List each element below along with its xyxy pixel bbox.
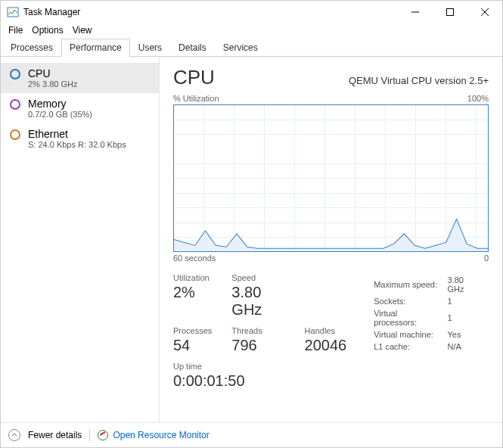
side-item-ethernet[interactable]: Ethernet S: 24.0 Kbps R: 32.0 Kbps bbox=[1, 123, 159, 154]
chevron-up-icon[interactable] bbox=[8, 429, 20, 441]
side-item-memory[interactable]: Memory 0.7/2.0 GB (35%) bbox=[1, 93, 159, 123]
fewer-details-link[interactable]: Fewer details bbox=[28, 430, 82, 440]
minimize-button[interactable] bbox=[398, 1, 433, 23]
detail-pane: CPU QEMU Virtual CPU version 2.5+ % Util… bbox=[160, 57, 502, 422]
cpu-chart bbox=[173, 104, 489, 252]
r-vprocs-label: Virtual processors: bbox=[374, 308, 446, 328]
chart-xlabel-left: 60 seconds bbox=[173, 254, 216, 263]
chart-ylabel-right: 100% bbox=[467, 94, 489, 103]
tab-processes[interactable]: Processes bbox=[2, 39, 61, 57]
bottombar: Fewer details Open Resource Monitor bbox=[1, 422, 502, 447]
open-resource-monitor-link[interactable]: Open Resource Monitor bbox=[98, 430, 209, 440]
menu-options[interactable]: Options bbox=[32, 25, 63, 36]
resource-monitor-icon bbox=[98, 430, 108, 440]
close-button[interactable] bbox=[467, 1, 502, 23]
stat-label-utilization: Utilization bbox=[173, 273, 212, 282]
r-l1: N/A bbox=[448, 341, 487, 352]
side-sub-cpu: 2% 3.80 GHz bbox=[28, 79, 77, 89]
tab-details[interactable]: Details bbox=[170, 39, 215, 57]
side-nav: CPU 2% 3.80 GHz Memory 0.7/2.0 GB (35%) … bbox=[1, 57, 160, 422]
stat-label-uptime: Up time bbox=[173, 362, 489, 371]
stat-threads: 796 bbox=[231, 337, 284, 354]
stat-speed: 3.80 GHz bbox=[231, 284, 284, 319]
ethernet-ring-icon bbox=[10, 129, 20, 140]
stat-label-handles: Handles bbox=[305, 326, 347, 335]
detail-title: CPU bbox=[173, 66, 215, 89]
tab-services[interactable]: Services bbox=[215, 39, 266, 57]
stat-label-threads: Threads bbox=[231, 326, 284, 335]
cpu-ring-icon bbox=[10, 69, 20, 79]
memory-ring-icon bbox=[10, 99, 20, 110]
side-item-cpu[interactable]: CPU 2% 3.80 GHz bbox=[1, 63, 159, 93]
tabstrip: Processes Performance Users Details Serv… bbox=[1, 39, 502, 57]
side-label-cpu: CPU bbox=[28, 67, 77, 79]
stat-processes: 54 bbox=[173, 337, 212, 354]
menu-file[interactable]: File bbox=[8, 25, 23, 36]
svg-rect-2 bbox=[447, 9, 454, 16]
stats-block: Utilization 2% Speed 3.80 GHz Processes … bbox=[173, 273, 346, 354]
r-vm: Yes bbox=[448, 329, 487, 340]
r-vm-label: Virtual machine: bbox=[374, 329, 446, 340]
side-label-memory: Memory bbox=[28, 98, 92, 110]
chart-ylabel-left: % Utilization bbox=[173, 94, 219, 103]
window-title: Task Manager bbox=[23, 7, 80, 17]
side-sub-memory: 0.7/2.0 GB (35%) bbox=[28, 110, 92, 119]
stat-label-processes: Processes bbox=[173, 326, 212, 335]
app-icon bbox=[7, 6, 19, 18]
stat-uptime: 0:00:01:50 bbox=[173, 372, 489, 390]
tab-users[interactable]: Users bbox=[130, 39, 170, 57]
stat-utilization: 2% bbox=[173, 284, 212, 301]
resource-monitor-label: Open Resource Monitor bbox=[113, 430, 209, 440]
chart-xlabel-right: 0 bbox=[484, 254, 489, 263]
stats-right: Maximum speed:3.80 GHz Sockets:1 Virtual… bbox=[372, 273, 489, 354]
main-split: CPU 2% 3.80 GHz Memory 0.7/2.0 GB (35%) … bbox=[1, 57, 502, 422]
titlebar: Task Manager bbox=[1, 1, 502, 23]
r-vprocs: 1 bbox=[448, 308, 487, 328]
maximize-button[interactable] bbox=[433, 1, 467, 23]
side-label-ethernet: Ethernet bbox=[28, 128, 126, 140]
stat-label-speed: Speed bbox=[231, 273, 284, 282]
r-sockets: 1 bbox=[448, 296, 487, 306]
detail-subtitle: QEMU Virtual CPU version 2.5+ bbox=[349, 75, 489, 86]
r-l1-label: L1 cache: bbox=[374, 341, 446, 352]
tab-performance[interactable]: Performance bbox=[61, 39, 130, 57]
r-max-speed-label: Maximum speed: bbox=[374, 275, 446, 294]
menu-view[interactable]: View bbox=[73, 25, 92, 36]
side-sub-ethernet: S: 24.0 Kbps R: 32.0 Kbps bbox=[28, 140, 126, 149]
divider bbox=[89, 429, 90, 441]
menubar: File Options View bbox=[1, 23, 502, 39]
stat-handles: 20046 bbox=[305, 337, 347, 354]
r-max-speed: 3.80 GHz bbox=[448, 275, 487, 294]
r-sockets-label: Sockets: bbox=[374, 296, 446, 306]
